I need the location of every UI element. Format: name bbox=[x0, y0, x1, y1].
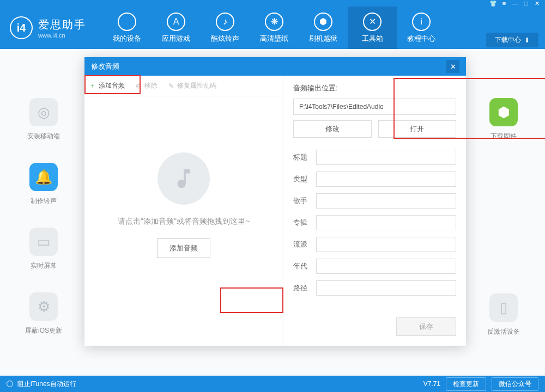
add-audio-main-button[interactable]: 添加音频 bbox=[157, 238, 210, 258]
field-title-input[interactable] bbox=[316, 150, 456, 165]
output-label: 音频输出位置: bbox=[293, 83, 456, 93]
gear-icon: ⚙ bbox=[29, 292, 58, 321]
install-icon: ◎ bbox=[29, 98, 58, 126]
edit-audio-dialog: 修改音频 ✕ ＋添加音频 ⊖移除 ✎修复属性乱码 请点击"添加音频"或将音频拖拽… bbox=[84, 57, 466, 346]
save-button[interactable]: 保存 bbox=[396, 317, 456, 336]
logo-icon: i4 bbox=[10, 16, 33, 39]
fix-attrs-button[interactable]: ✎修复属性乱码 bbox=[167, 81, 216, 90]
flower-icon: ❋ bbox=[265, 13, 283, 31]
open-path-button[interactable]: 打开 bbox=[378, 120, 457, 138]
appstore-icon: A bbox=[167, 13, 185, 31]
field-path-input[interactable] bbox=[316, 280, 456, 296]
nav-flash[interactable]: ⬢刷机越狱 bbox=[299, 7, 348, 49]
brand-name: 爱思助手 bbox=[38, 17, 86, 32]
download-center-button[interactable]: 下载中心⬇ bbox=[486, 33, 538, 47]
plus-icon: ＋ bbox=[89, 82, 96, 90]
field-album-input[interactable] bbox=[316, 215, 456, 230]
bell-icon: ♪ bbox=[216, 13, 234, 31]
dialog-close-button[interactable]: ✕ bbox=[446, 60, 459, 73]
ringtone-icon: 🔔 bbox=[29, 163, 58, 191]
nav-toolbox[interactable]: ✕工具箱 bbox=[348, 7, 397, 49]
add-audio-button[interactable]: ＋添加音频 bbox=[89, 81, 125, 90]
dialog-toolbar: ＋添加音频 ⊖移除 ✎修复属性乱码 bbox=[84, 76, 283, 96]
screen-icon: ▭ bbox=[29, 228, 58, 256]
field-genre-label: 流派 bbox=[293, 240, 316, 249]
drop-hint: 请点击"添加音频"或将音频拖拽到这里~ bbox=[118, 217, 250, 226]
side-realtime-screen[interactable]: ▭实时屏幕 bbox=[25, 228, 62, 271]
window-controls: 👕 ≡ — □ ✕ bbox=[0, 0, 545, 7]
fix-icon: ✎ bbox=[167, 82, 175, 90]
status-indicator-icon bbox=[7, 381, 13, 387]
side-deactivate[interactable]: ▯反激活设备 bbox=[487, 293, 520, 336]
field-title-label: 标题 bbox=[293, 152, 316, 162]
side-block-ios-update[interactable]: ⚙屏蔽iOS更新 bbox=[25, 292, 62, 335]
field-type-label: 类型 bbox=[293, 174, 316, 184]
nav-my-device[interactable]: 我的设备 bbox=[102, 7, 152, 49]
field-year-input[interactable] bbox=[316, 259, 456, 274]
download-icon: ⬇ bbox=[524, 36, 530, 44]
music-icon bbox=[158, 152, 210, 205]
field-genre-input[interactable] bbox=[316, 237, 456, 252]
modify-path-button[interactable]: 修改 bbox=[293, 120, 372, 138]
field-type-input[interactable] bbox=[316, 171, 456, 187]
nav-apps[interactable]: A应用游戏 bbox=[152, 7, 201, 49]
check-update-button[interactable]: 检查更新 bbox=[446, 377, 486, 391]
field-path-label: 路径 bbox=[293, 283, 316, 293]
field-year-label: 年代 bbox=[293, 261, 316, 271]
apple-icon bbox=[118, 13, 136, 31]
firmware-icon: ⬢ bbox=[489, 98, 518, 126]
box-icon: ⬢ bbox=[314, 13, 332, 31]
brand-url: www.i4.cn bbox=[38, 32, 86, 39]
minus-icon: ⊖ bbox=[135, 82, 142, 90]
dialog-title: 修改音频 bbox=[91, 62, 119, 71]
remove-audio-button[interactable]: ⊖移除 bbox=[135, 81, 158, 90]
drop-area[interactable]: 请点击"添加音频"或将音频拖拽到这里~ 添加音频 bbox=[84, 96, 283, 314]
side-install-mobile[interactable]: ◎安装移动端 bbox=[25, 98, 62, 141]
statusbar: 阻止iTunes自动运行 V7.71 检查更新 微信公众号 bbox=[0, 376, 545, 392]
field-artist-label: 歌手 bbox=[293, 196, 316, 206]
side-download-firmware[interactable]: ⬢下载固件 bbox=[487, 98, 520, 141]
info-icon: i bbox=[412, 13, 431, 31]
dialog-titlebar: 修改音频 ✕ bbox=[84, 57, 466, 76]
main-nav: 我的设备 A应用游戏 ♪酷炫铃声 ❋高清壁纸 ⬢刷机越狱 ✕工具箱 i教程中心 bbox=[102, 7, 446, 49]
itunes-block-label[interactable]: 阻止iTunes自动运行 bbox=[17, 379, 76, 389]
field-album-label: 专辑 bbox=[293, 218, 316, 228]
field-artist-input[interactable] bbox=[316, 193, 456, 209]
output-path-input[interactable] bbox=[293, 99, 456, 115]
nav-wallpaper[interactable]: ❋高清壁纸 bbox=[250, 7, 299, 49]
side-make-ringtone[interactable]: 🔔制作铃声 bbox=[25, 163, 62, 206]
deactivate-icon: ▯ bbox=[489, 293, 518, 322]
tools-icon: ✕ bbox=[363, 13, 382, 31]
header: i4 爱思助手 www.i4.cn 我的设备 A应用游戏 ♪酷炫铃声 ❋高清壁纸… bbox=[0, 7, 545, 49]
brand[interactable]: i4 爱思助手 www.i4.cn bbox=[10, 16, 86, 39]
version-label: V7.71 bbox=[423, 380, 440, 388]
nav-tutorials[interactable]: i教程中心 bbox=[397, 7, 446, 49]
nav-ringtones[interactable]: ♪酷炫铃声 bbox=[201, 7, 250, 49]
wechat-button[interactable]: 微信公众号 bbox=[492, 377, 538, 391]
